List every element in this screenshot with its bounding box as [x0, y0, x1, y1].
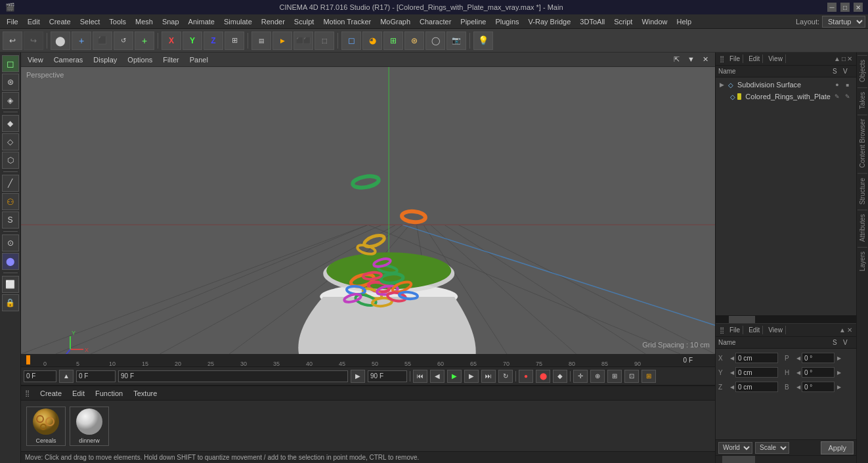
left-btn-11[interactable]: ⬜ — [2, 276, 19, 293]
menu-select[interactable]: Select — [76, 16, 104, 27]
menu-sculpt[interactable]: Sculpt — [290, 16, 318, 27]
tree-s-rings[interactable]: ✎ — [833, 92, 842, 101]
step-forward-button[interactable]: ▶ — [464, 370, 479, 383]
menu-vray[interactable]: V-Ray Bridge — [525, 16, 575, 27]
view-cube-button[interactable]: ◻ — [341, 32, 361, 50]
apply-button[interactable]: Apply — [821, 441, 854, 454]
left-btn-12[interactable]: 🔒 — [2, 294, 19, 311]
attr-b-arrow[interactable]: ◀ — [796, 384, 800, 390]
object-panel-btn-2[interactable]: □ — [842, 55, 846, 62]
object-panel-btn-1[interactable]: ▲ — [834, 55, 840, 62]
end-frame-field[interactable]: 90 F — [368, 370, 407, 382]
maximize-button[interactable]: □ — [840, 3, 850, 12]
render-region-button[interactable]: ▤ — [251, 32, 271, 50]
menu-tools[interactable]: Tools — [105, 16, 130, 27]
play-button[interactable]: ▶ — [447, 370, 462, 383]
attr-close[interactable]: ✕ — [847, 326, 852, 334]
forward-to-end-button[interactable]: ⏭ — [481, 370, 496, 383]
timeline-layout-button[interactable]: ⊞ — [641, 370, 656, 383]
end-preview-field[interactable]: 90 F — [118, 370, 348, 382]
panel-scrollbar[interactable] — [716, 455, 856, 463]
panel-scroll-thumb[interactable] — [722, 456, 755, 463]
axis-all-button[interactable]: ⊞ — [225, 32, 244, 50]
left-btn-6[interactable]: ╱ — [2, 175, 19, 192]
vp-btn-options[interactable]: Options — [125, 55, 155, 64]
vp-btn-cameras[interactable]: Cameras — [51, 55, 86, 64]
mode-uvw-button[interactable]: ↺ — [114, 32, 133, 50]
menu-create[interactable]: Create — [45, 16, 75, 27]
attr-h-field[interactable] — [802, 367, 835, 378]
view-sphere-button[interactable]: ◯ — [425, 32, 445, 50]
attr-btn-1[interactable]: ▲ — [839, 326, 846, 334]
axis-z-button[interactable]: Z — [204, 32, 223, 50]
material-dinnerware[interactable]: dinnerw — [70, 407, 109, 446]
tab-attributes[interactable]: Attributes — [857, 209, 867, 246]
current-frame-field[interactable]: 0 F — [24, 370, 56, 382]
mode-edges-button[interactable]: + — [72, 32, 91, 50]
attr-z-field[interactable] — [735, 382, 778, 392]
render-viewer-button[interactable]: ⬚ — [315, 32, 334, 50]
attr-edit-tab[interactable]: Edit — [746, 326, 763, 334]
tab-layers[interactable]: Layers — [857, 247, 867, 275]
object-panel-scroll-thumb[interactable] — [729, 316, 755, 323]
rewind-to-start-button[interactable]: ⏮ — [413, 370, 427, 383]
scale-dropdown[interactable]: Scale — [755, 442, 789, 454]
render-anim-button[interactable]: ⬛⬛ — [293, 32, 313, 50]
menu-motiontracker[interactable]: Motion Tracker — [319, 16, 375, 27]
object-panel-toolbar-view[interactable]: View — [766, 55, 786, 63]
tab-takes[interactable]: Takes — [857, 87, 867, 113]
vp-btn-display[interactable]: Display — [91, 55, 119, 64]
attr-p-inc[interactable]: ▶ — [837, 355, 841, 361]
left-btn-3[interactable]: ◆ — [2, 115, 19, 132]
light-button[interactable]: 💡 — [473, 32, 493, 50]
frame-arrow-up[interactable]: ▲ — [59, 370, 74, 383]
menu-simulate[interactable]: Simulate — [220, 16, 256, 27]
menu-mograph[interactable]: MoGraph — [376, 16, 414, 27]
left-btn-9[interactable]: ⊙ — [2, 234, 19, 252]
attr-h-inc[interactable]: ▶ — [837, 370, 841, 376]
mode-faces-button[interactable]: ⬛ — [93, 32, 112, 50]
attr-z-arrow[interactable]: ◀ — [730, 384, 734, 390]
left-btn-7[interactable]: ⚇ — [2, 193, 19, 210]
view-grid-button[interactable]: ⊞ — [383, 32, 403, 50]
world-dropdown[interactable]: World — [718, 442, 752, 454]
attr-h-arrow[interactable]: ◀ — [796, 370, 800, 376]
menu-file[interactable]: File — [3, 16, 22, 27]
mat-btn-create[interactable]: Create — [37, 389, 64, 398]
view-spline-button[interactable]: ⊛ — [404, 32, 424, 50]
object-panel-toolbar-edit[interactable]: Edit — [746, 55, 763, 63]
attr-view-tab[interactable]: View — [766, 326, 786, 334]
attr-b-field[interactable] — [802, 382, 835, 392]
menu-mesh[interactable]: Mesh — [131, 16, 157, 27]
menu-render[interactable]: Render — [257, 16, 289, 27]
tree-v-rings[interactable]: ✎ — [843, 92, 852, 101]
redo-button[interactable]: ↪ — [24, 32, 43, 50]
mat-btn-function[interactable]: Function — [93, 389, 125, 398]
scale-tool-button[interactable]: ⊞ — [607, 370, 622, 383]
vp-corner-close[interactable]: ✕ — [700, 55, 711, 64]
frame-layout-button[interactable]: ⊡ — [624, 370, 639, 383]
object-panel-scrollbar[interactable] — [716, 316, 856, 324]
menu-pipeline[interactable]: Pipeline — [456, 16, 490, 27]
start-frame-field[interactable]: 0 F — [76, 370, 116, 382]
vp-corner-expand[interactable]: ⇱ — [671, 55, 682, 64]
tab-content-browser[interactable]: Content Browser — [857, 114, 867, 171]
menu-plugins[interactable]: Plugins — [491, 16, 523, 27]
mat-btn-edit[interactable]: Edit — [70, 389, 87, 398]
tree-s-subdivision[interactable]: ● — [833, 80, 842, 89]
object-panel-close[interactable]: ✕ — [847, 55, 852, 62]
tree-item-subdivision[interactable]: ▶ ◇ Subdivision Surface ● ■ — [717, 79, 855, 91]
rotate-tool-button[interactable]: ⊕ — [590, 370, 605, 383]
key-button[interactable]: ◆ — [553, 370, 567, 383]
close-button[interactable]: ✕ — [854, 3, 863, 12]
tab-objects[interactable]: Objects — [857, 55, 867, 86]
undo-button[interactable]: ↩ — [3, 32, 22, 50]
menu-edit[interactable]: Edit — [24, 16, 44, 27]
view-cam-button[interactable]: 📷 — [446, 32, 466, 50]
menu-3dtoall[interactable]: 3DToAll — [576, 16, 609, 27]
left-btn-4[interactable]: ◇ — [2, 133, 19, 150]
left-btn-1[interactable]: ⊛ — [2, 74, 19, 91]
tree-v-subdivision[interactable]: ■ — [843, 80, 852, 89]
mode-add-button[interactable]: + — [135, 32, 154, 50]
layout-select[interactable]: Startup — [822, 16, 865, 28]
